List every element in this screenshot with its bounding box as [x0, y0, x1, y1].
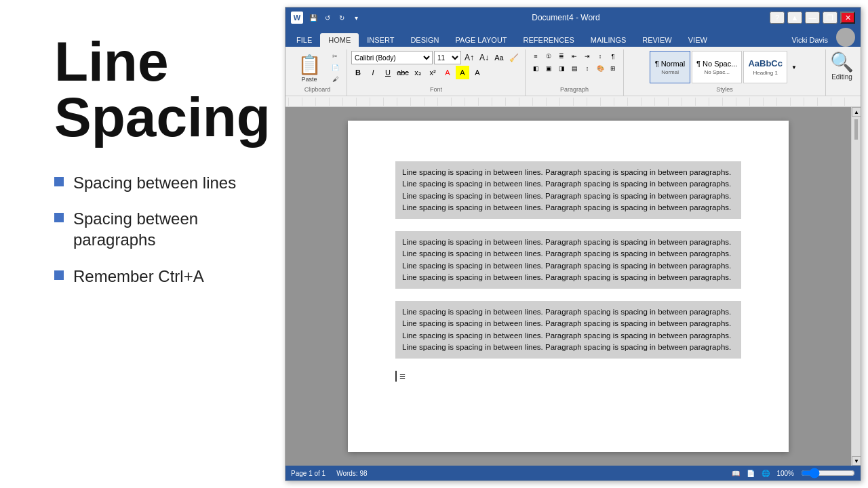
ribbon-content: 📋 Paste ✂ 📄 🖌 Clipboard Calibri (Body) [285, 47, 861, 96]
paste-button[interactable]: 📋 Paste [292, 51, 326, 85]
title-bar-left: W 💾 ↺ ↻ ▾ [291, 12, 362, 24]
font-color-button[interactable]: A [471, 66, 484, 79]
show-hide-button[interactable]: ¶ [607, 51, 619, 62]
clear-format-button[interactable]: 🧹 [507, 51, 521, 64]
tab-view[interactable]: VIEW [680, 33, 715, 47]
highlight-button[interactable]: A [456, 66, 469, 79]
style-normal-label: Normal [661, 69, 679, 75]
tab-design[interactable]: DESIGN [402, 33, 447, 47]
decrease-indent-button[interactable]: ⇤ [568, 51, 580, 62]
style-heading1[interactable]: AaBbCc Heading 1 [743, 51, 787, 83]
scroll-thumb[interactable] [854, 119, 858, 140]
font-group: Calibri (Body) 11 A↑ A↓ Aa 🧹 B I U abc x… [347, 49, 526, 96]
restore-button[interactable]: ❐ [823, 12, 837, 24]
word-icon: W [291, 12, 303, 24]
scroll-down-button[interactable]: ▼ [852, 456, 861, 466]
cut-button[interactable]: ✂ [328, 51, 342, 62]
sort-button[interactable]: ↕ [594, 51, 606, 62]
save-qat-button[interactable]: 💾 [307, 12, 319, 24]
title-bar-controls: ? ▲ — ❐ ✕ [770, 12, 855, 24]
vertical-scrollbar: ▲ ▼ [851, 107, 861, 466]
minimize-button[interactable]: — [805, 12, 820, 24]
avatar [836, 28, 855, 47]
strikethrough-button[interactable]: abc [396, 66, 410, 79]
editing-group: 🔍 Editing [826, 49, 858, 96]
redo-qat-button[interactable]: ↻ [336, 12, 348, 24]
user-name[interactable]: Vicki Davis [786, 33, 833, 47]
close-button[interactable]: ✕ [840, 12, 855, 24]
font-size-select[interactable]: 11 [434, 51, 461, 64]
italic-button[interactable]: I [366, 66, 380, 79]
doc-para-2-text: Line spacing is spacing in between lines… [402, 238, 731, 281]
bullet-text-2: Spacing between paragraphs [73, 208, 258, 250]
style-no-spacing[interactable]: ¶ No Spac... No Spac... [692, 51, 742, 83]
align-center-button[interactable]: ▣ [542, 63, 555, 74]
slide-title: LineSpacing [54, 34, 258, 145]
ribbon-toggle-button[interactable]: ▲ [787, 12, 802, 24]
font-case-button[interactable]: Aa [492, 51, 506, 64]
status-bar: Page 1 of 1 Words: 98 📖 📄 🌐 100% [285, 466, 861, 481]
tab-references[interactable]: REFERENCES [515, 33, 583, 47]
bold-button[interactable]: B [351, 66, 365, 79]
paragraph-label: Paragraph [560, 85, 589, 94]
bullet-text-3: Remember Ctrl+A [73, 266, 204, 287]
numbering-button[interactable]: ① [542, 51, 555, 62]
superscript-button[interactable]: x² [426, 66, 439, 79]
ruler-marks [288, 98, 858, 106]
tab-insert[interactable]: INSERT [359, 33, 402, 47]
copy-button[interactable]: 📄 [328, 62, 342, 73]
left-panel: LineSpacing Spacing between lines Spacin… [0, 0, 285, 488]
status-bar-right: 📖 📄 🌐 100% [732, 468, 855, 479]
doc-para-3-text: Line spacing is spacing in between lines… [402, 308, 731, 351]
borders-button[interactable]: ⊞ [607, 63, 619, 74]
align-left-button[interactable]: ◧ [530, 63, 542, 74]
shrink-font-button[interactable]: A↓ [477, 51, 491, 64]
doc-paragraph-2[interactable]: Line spacing is spacing in between lines… [395, 231, 741, 289]
tab-home[interactable]: HOME [320, 33, 359, 47]
doc-para-1-text: Line spacing is spacing in between lines… [402, 168, 731, 211]
increase-indent-button[interactable]: ⇥ [581, 51, 593, 62]
bullets-button[interactable]: ≡ [530, 51, 542, 62]
doc-paragraph-1[interactable]: Line spacing is spacing in between lines… [395, 161, 741, 219]
title-bar-title: Document4 - Word [362, 13, 770, 22]
grow-font-button[interactable]: A↑ [462, 51, 476, 64]
document-scroll-area: Line spacing is spacing in between lines… [285, 107, 861, 466]
help-button[interactable]: ? [770, 12, 785, 24]
align-right-button[interactable]: ◨ [555, 63, 568, 74]
doc-paragraph-3[interactable]: Line spacing is spacing in between lines… [395, 301, 741, 359]
tab-file[interactable]: FILE [288, 33, 320, 47]
justify-button[interactable]: ▤ [568, 63, 580, 74]
word-count: Words: 98 [336, 470, 367, 477]
tab-mailings[interactable]: MAILINGS [583, 33, 635, 47]
underline-button[interactable]: U [381, 66, 395, 79]
tab-review[interactable]: REVIEW [634, 33, 679, 47]
font-name-select[interactable]: Calibri (Body) [351, 51, 433, 64]
line-spacing-button[interactable]: ↕ [581, 63, 593, 74]
undo-qat-button[interactable]: ↺ [321, 12, 334, 24]
page-count: Page 1 of 1 [291, 470, 326, 477]
style-heading-label: Heading 1 [753, 70, 777, 76]
scroll-up-button[interactable]: ▲ [852, 107, 861, 117]
zoom-slider[interactable] [801, 468, 855, 479]
qat-more-button[interactable]: ▾ [350, 12, 362, 24]
shading-button[interactable]: 🎨 [594, 63, 606, 74]
editing-label: Editing [831, 73, 852, 81]
subscript-button[interactable]: x₂ [411, 66, 425, 79]
bullet-item-3: Remember Ctrl+A [54, 266, 258, 287]
horizontal-ruler [285, 96, 861, 107]
view-web-button[interactable]: 🌐 [762, 470, 770, 477]
text-color-button[interactable]: A [441, 66, 454, 79]
word-window: W 💾 ↺ ↻ ▾ Document4 - Word ? ▲ — ❐ ✕ FIL… [285, 7, 861, 481]
text-cursor [395, 371, 397, 382]
document-page: Line spacing is spacing in between lines… [348, 121, 789, 452]
view-print-button[interactable]: 📄 [747, 470, 755, 477]
title-bar: W 💾 ↺ ↻ ▾ Document4 - Word ? ▲ — ❐ ✕ [285, 7, 861, 28]
style-normal[interactable]: ¶ Normal Normal [650, 51, 690, 83]
view-read-button[interactable]: 📖 [732, 470, 740, 477]
multilevel-button[interactable]: ≣ [555, 51, 568, 62]
styles-more-button[interactable]: ▼ [789, 51, 800, 83]
bullet-icon-3 [54, 270, 64, 280]
styles-group: ¶ Normal Normal ¶ No Spac... No Spac... … [624, 49, 826, 96]
tab-page-layout[interactable]: PAGE LAYOUT [448, 33, 515, 47]
format-painter-button[interactable]: 🖌 [328, 74, 342, 85]
